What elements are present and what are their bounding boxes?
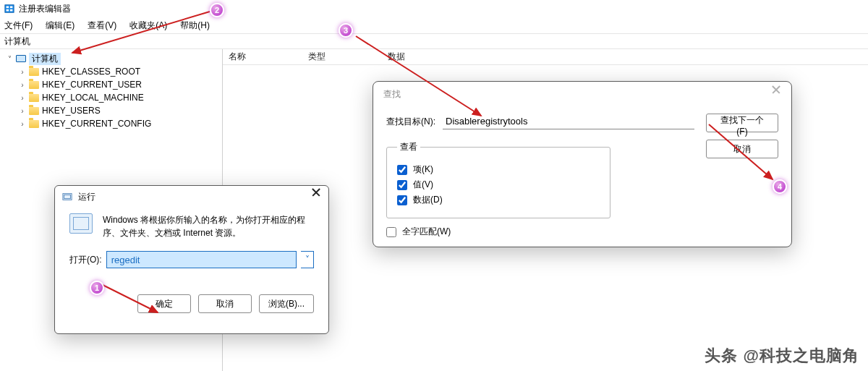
- run-icon-small: [62, 192, 72, 202]
- svg-rect-1: [7, 7, 9, 9]
- window-titlebar: 注册表编辑器: [0, 0, 868, 17]
- watermark-text: 头条 @科技之电脑角: [705, 345, 859, 367]
- menu-file[interactable]: 文件(F): [4, 20, 33, 32]
- svg-rect-2: [10, 7, 13, 9]
- annotation-marker-4: 4: [773, 179, 787, 194]
- menu-favorites[interactable]: 收藏夹(A): [129, 20, 167, 32]
- cancel-button[interactable]: 取消: [198, 294, 252, 313]
- tree-root-label: 计算机: [29, 53, 61, 65]
- chevron-right-icon[interactable]: ›: [19, 94, 26, 102]
- tree-item-label: HKEY_LOCAL_MACHINE: [42, 93, 144, 103]
- find-titlebar: 查找: [373, 82, 791, 106]
- folder-icon: [29, 120, 39, 128]
- checkbox-keys[interactable]: [397, 165, 407, 175]
- find-values-check[interactable]: 值(V): [397, 179, 600, 191]
- find-cancel-button[interactable]: 取消: [706, 140, 778, 158]
- run-description: Windows 将根据你所输入的名称，为你打开相应的程序、文件夹、文档或 Int…: [103, 213, 314, 239]
- svg-rect-4: [10, 9, 13, 12]
- tree-item-hku[interactable]: ›HKEY_USERS: [3, 104, 219, 117]
- chevron-right-icon[interactable]: ›: [19, 107, 26, 115]
- find-lookin-group: 查看 项(K) 值(V) 数据(D): [386, 141, 610, 218]
- address-text: 计算机: [4, 35, 30, 48]
- address-bar[interactable]: 计算机: [0, 33, 868, 49]
- chevron-right-icon[interactable]: ›: [19, 81, 26, 89]
- tree-item-label: HKEY_CURRENT_CONFIG: [42, 119, 151, 129]
- col-data[interactable]: 数据: [382, 51, 868, 63]
- col-name[interactable]: 名称: [223, 51, 302, 63]
- run-open-input[interactable]: [106, 251, 297, 268]
- check-label: 值(V): [413, 179, 433, 191]
- computer-icon: [16, 55, 26, 62]
- folder-icon: [29, 94, 39, 102]
- tree-item-hklm[interactable]: ›HKEY_LOCAL_MACHINE: [3, 91, 219, 104]
- folder-icon: [29, 107, 39, 115]
- svg-rect-3: [7, 9, 9, 12]
- browse-button[interactable]: 浏览(B)...: [259, 294, 314, 313]
- chevron-right-icon[interactable]: ›: [19, 68, 26, 76]
- checkbox-data[interactable]: [397, 195, 407, 205]
- annotation-marker-1: 1: [90, 281, 104, 295]
- run-titlebar: 运行: [55, 186, 328, 208]
- menu-help[interactable]: 帮助(H): [180, 20, 210, 32]
- window-title: 注册表编辑器: [19, 3, 71, 15]
- run-open-label: 打开(O):: [69, 254, 102, 266]
- checkbox-values[interactable]: [397, 180, 407, 190]
- tree-root[interactable]: ˅ 计算机: [3, 52, 219, 65]
- find-target-input[interactable]: [443, 114, 694, 129]
- ok-button[interactable]: 确定: [137, 294, 191, 313]
- svg-rect-0: [5, 5, 14, 13]
- find-data-check[interactable]: 数据(D): [397, 194, 600, 206]
- run-title: 运行: [78, 191, 95, 203]
- col-type[interactable]: 类型: [302, 51, 382, 63]
- tree-item-label: HKEY_USERS: [42, 106, 101, 116]
- check-label: 项(K): [413, 163, 433, 176]
- menu-edit[interactable]: 编辑(E): [46, 20, 75, 32]
- annotation-marker-2: 2: [210, 3, 224, 17]
- find-title: 查找: [383, 88, 401, 101]
- find-next-button[interactable]: 查找下一个(F): [706, 114, 778, 132]
- tree-item-hkcu[interactable]: ›HKEY_CURRENT_USER: [3, 78, 219, 91]
- tree-item-hkcc[interactable]: ›HKEY_CURRENT_CONFIG: [3, 117, 219, 130]
- close-icon[interactable]: [311, 192, 321, 202]
- find-lookin-legend: 查看: [397, 141, 420, 153]
- run-app-icon: [69, 213, 93, 234]
- list-header: 名称 类型 数据: [223, 49, 868, 65]
- tree-item-label: HKEY_CURRENT_USER: [42, 80, 142, 90]
- regedit-app-icon: [4, 4, 14, 14]
- tree-twist-icon[interactable]: ˅: [6, 55, 13, 63]
- run-dialog: 运行 Windows 将根据你所输入的名称，为你打开相应的程序、文件夹、文档或 …: [54, 185, 329, 334]
- close-icon[interactable]: [771, 89, 781, 99]
- find-keys-check[interactable]: 项(K): [397, 163, 600, 176]
- annotation-marker-3: 3: [339, 23, 353, 38]
- find-matchwhole-check[interactable]: 全字匹配(W): [386, 226, 694, 238]
- menu-view[interactable]: 查看(V): [88, 20, 116, 32]
- chevron-right-icon[interactable]: ›: [19, 120, 26, 128]
- checkbox-match[interactable]: [386, 227, 396, 237]
- find-target-label: 查找目标(N):: [386, 116, 435, 128]
- check-label: 数据(D): [413, 194, 443, 206]
- folder-icon: [29, 68, 39, 76]
- menu-bar: 文件(F) 编辑(E) 查看(V) 收藏夹(A) 帮助(H): [0, 17, 868, 33]
- combobox-chevron-icon[interactable]: ˅: [301, 251, 314, 268]
- tree-item-label: HKEY_CLASSES_ROOT: [42, 67, 140, 77]
- check-label: 全字匹配(W): [402, 226, 451, 238]
- tree-item-hkcr[interactable]: ›HKEY_CLASSES_ROOT: [3, 65, 219, 78]
- find-dialog: 查找 查找目标(N): 查看 项(K) 值(V) 数据(D) 全字匹配(W) 查…: [373, 81, 792, 247]
- folder-icon: [29, 81, 39, 89]
